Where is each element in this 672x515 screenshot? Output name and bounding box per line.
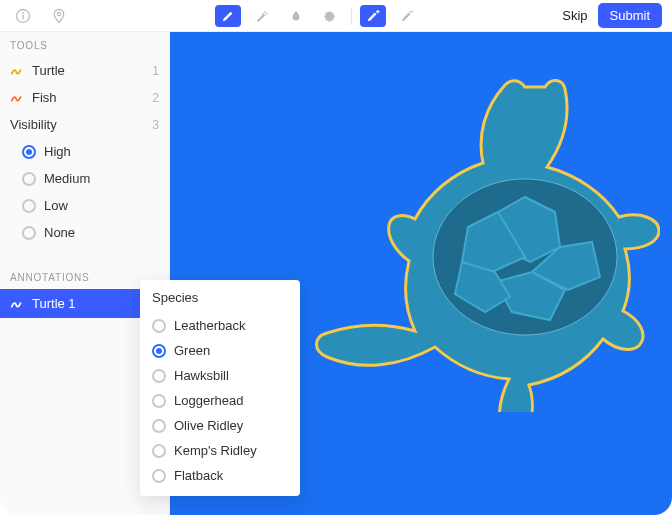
species-option-oliveridley[interactable]: Olive Ridley <box>152 413 288 438</box>
location-icon[interactable] <box>46 5 72 27</box>
radio-label: None <box>44 225 75 240</box>
svg-point-1 <box>22 12 24 14</box>
radio-icon <box>152 444 166 458</box>
radio-label: Medium <box>44 171 90 186</box>
radio-icon <box>152 319 166 333</box>
skip-button[interactable]: Skip <box>562 8 587 23</box>
radio-label: Flatback <box>174 468 223 483</box>
tool-item-turtle[interactable]: Turtle 1 <box>0 57 169 84</box>
radio-icon <box>152 469 166 483</box>
tool-item-fish[interactable]: Fish 2 <box>0 84 169 111</box>
radio-icon <box>22 172 36 186</box>
species-option-leatherback[interactable]: Leatherback <box>152 313 288 338</box>
species-option-green[interactable]: Green <box>152 338 288 363</box>
top-toolbar: Skip Submit <box>0 0 672 32</box>
species-option-hawksbill[interactable]: Hawksbill <box>152 363 288 388</box>
tool-count: 1 <box>152 64 159 78</box>
tools-section-header: TOOLS <box>0 32 169 57</box>
svg-point-3 <box>57 12 60 15</box>
radio-label: High <box>44 144 71 159</box>
squiggle-icon <box>10 64 24 78</box>
radio-icon <box>152 369 166 383</box>
tool-label: Turtle <box>32 63 65 78</box>
radio-icon <box>22 199 36 213</box>
squiggle-icon <box>10 297 24 311</box>
visibility-option-high[interactable]: High <box>0 138 169 165</box>
wand-tool-icon[interactable] <box>249 5 275 27</box>
radio-label: Leatherback <box>174 318 246 333</box>
toolbar-separator <box>351 7 352 25</box>
visibility-header-row[interactable]: Visibility 3 <box>0 111 169 138</box>
visibility-option-none[interactable]: None <box>0 219 169 246</box>
radio-label: Hawksbill <box>174 368 229 383</box>
submit-button[interactable]: Submit <box>598 3 662 28</box>
radio-icon <box>22 226 36 240</box>
species-option-loggerhead[interactable]: Loggerhead <box>152 388 288 413</box>
pen-tool-icon[interactable] <box>215 5 241 27</box>
annotation-label: Turtle 1 <box>32 296 76 311</box>
info-icon[interactable] <box>10 5 36 27</box>
species-option-flatback[interactable]: Flatback <box>152 463 288 488</box>
annotated-turtle[interactable] <box>300 72 660 412</box>
species-popover: Species Leatherback Green Hawksbill Logg… <box>140 280 300 496</box>
radio-label: Green <box>174 343 210 358</box>
tool-label: Fish <box>32 90 57 105</box>
radio-icon <box>152 344 166 358</box>
species-option-kempsridley[interactable]: Kemp's Ridley <box>152 438 288 463</box>
species-title: Species <box>152 290 288 305</box>
visibility-option-medium[interactable]: Medium <box>0 165 169 192</box>
pen-remove-tool-icon[interactable] <box>394 5 420 27</box>
squiggle-icon <box>10 91 24 105</box>
radio-icon <box>152 394 166 408</box>
visibility-option-low[interactable]: Low <box>0 192 169 219</box>
radio-icon <box>22 145 36 159</box>
drop-tool-icon[interactable] <box>283 5 309 27</box>
svg-rect-2 <box>22 14 23 18</box>
radio-label: Kemp's Ridley <box>174 443 257 458</box>
radio-label: Loggerhead <box>174 393 243 408</box>
puzzle-tool-icon[interactable] <box>317 5 343 27</box>
radio-icon <box>152 419 166 433</box>
visibility-count: 3 <box>152 118 159 132</box>
radio-label: Low <box>44 198 68 213</box>
pen-add-tool-icon[interactable] <box>360 5 386 27</box>
radio-label: Olive Ridley <box>174 418 243 433</box>
visibility-header: Visibility <box>10 117 57 132</box>
tool-count: 2 <box>152 91 159 105</box>
